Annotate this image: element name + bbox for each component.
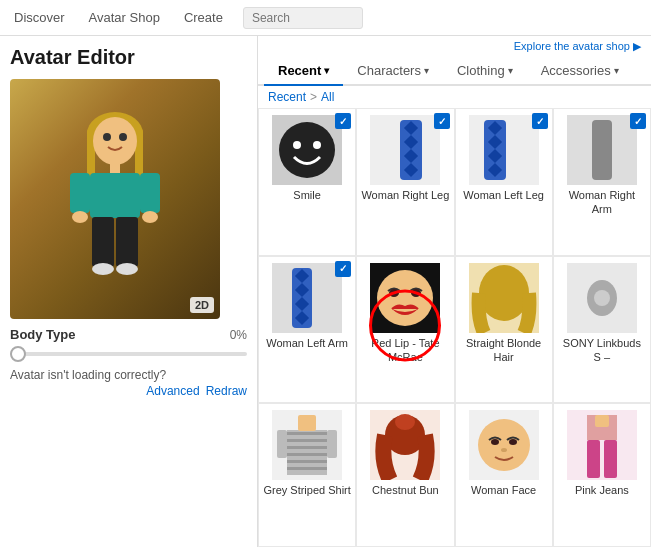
svg-point-4 (103, 133, 111, 141)
svg-rect-59 (327, 430, 337, 458)
page-title: Avatar Editor (10, 46, 247, 69)
svg-rect-56 (287, 467, 327, 470)
svg-rect-7 (90, 173, 140, 218)
item-check-mark: ✓ (532, 113, 548, 129)
svg-point-66 (509, 439, 517, 445)
avatar-preview: 2D (10, 79, 220, 319)
item-image-pink-jeans (567, 410, 637, 480)
svg-point-62 (395, 414, 415, 430)
body-type-label: Body Type (10, 327, 76, 342)
body-type-percent: 0% (230, 328, 247, 342)
item-cell-blonde-hair[interactable]: Straight Blonde Hair (455, 256, 553, 404)
tab-characters[interactable]: Characters ▾ (343, 57, 443, 86)
item-image-blonde-hair (469, 263, 539, 333)
item-label-linkbuds: SONY Linkbuds S – (558, 336, 646, 365)
nav-avatar-shop[interactable]: Avatar Shop (85, 10, 164, 25)
svg-rect-51 (287, 432, 327, 435)
svg-point-14 (92, 263, 114, 275)
item-label-smile: Smile (293, 188, 321, 202)
item-image-grey-striped (272, 410, 342, 480)
svg-rect-33 (592, 120, 612, 180)
item-cell-right-leg[interactable]: ✓Woman Right Leg (356, 108, 454, 256)
breadcrumb-all[interactable]: All (321, 90, 334, 104)
item-image-smile (272, 115, 342, 185)
item-label-left-leg: Woman Left Leg (463, 188, 544, 202)
item-label-blonde-hair: Straight Blonde Hair (460, 336, 548, 365)
item-label-red-lip: Red Lip - Tate McRae (361, 336, 449, 365)
svg-point-64 (478, 419, 530, 471)
item-cell-left-leg[interactable]: ✓Woman Left Leg (455, 108, 553, 256)
svg-point-45 (479, 265, 529, 321)
item-cell-red-lip[interactable]: Red Lip - Tate McRae (356, 256, 454, 404)
svg-rect-12 (92, 217, 114, 267)
svg-point-17 (279, 122, 335, 178)
avatar-image (50, 99, 180, 299)
item-image-left-arm (272, 263, 342, 333)
tab-clothing-arrow: ▾ (508, 65, 513, 76)
svg-rect-6 (110, 161, 120, 173)
svg-point-48 (594, 290, 610, 306)
item-cell-right-arm[interactable]: ✓Woman Right Arm (553, 108, 651, 256)
item-check-mark: ✓ (630, 113, 646, 129)
item-label-woman-face: Woman Face (471, 483, 536, 497)
top-navigation: Discover Avatar Shop Create (0, 0, 651, 36)
avatar-error-text: Avatar isn't loading correctly? (10, 368, 247, 382)
advanced-link[interactable]: Advanced (146, 384, 199, 398)
svg-rect-9 (140, 173, 160, 213)
slider-track (10, 352, 247, 356)
item-cell-grey-striped[interactable]: Grey Striped Shirt (258, 403, 356, 547)
item-image-chestnut-bun (370, 410, 440, 480)
tab-recent-label: Recent (278, 63, 321, 78)
breadcrumb-recent[interactable]: Recent (268, 90, 306, 104)
left-panel: Avatar Editor (0, 36, 258, 547)
item-image-red-lip (370, 263, 440, 333)
item-cell-left-arm[interactable]: ✓Woman Left Arm (258, 256, 356, 404)
body-type-slider[interactable] (10, 346, 247, 362)
item-cell-chestnut-bun[interactable]: Chestnut Bun (356, 403, 454, 547)
svg-rect-57 (298, 415, 316, 431)
tab-accessories[interactable]: Accessories ▾ (527, 57, 633, 86)
svg-rect-71 (587, 440, 600, 478)
item-cell-pink-jeans[interactable]: Pink Jeans (553, 403, 651, 547)
svg-rect-54 (287, 453, 327, 456)
right-panel: Explore the avatar shop ▶ Recent ▾ Chara… (258, 36, 651, 547)
main-layout: Avatar Editor (0, 36, 651, 547)
slider-thumb[interactable] (10, 346, 26, 362)
item-cell-woman-face[interactable]: Woman Face (455, 403, 553, 547)
nav-create[interactable]: Create (180, 10, 227, 25)
item-image-right-arm (567, 115, 637, 185)
redraw-link[interactable]: Redraw (206, 384, 247, 398)
item-check-mark: ✓ (335, 113, 351, 129)
item-cell-smile[interactable]: ✓Smile (258, 108, 356, 256)
item-check-mark: ✓ (335, 261, 351, 277)
svg-point-43 (411, 289, 421, 297)
tab-recent[interactable]: Recent ▾ (264, 57, 343, 86)
svg-rect-58 (277, 430, 287, 458)
svg-point-65 (491, 439, 499, 445)
item-label-right-arm: Woman Right Arm (558, 188, 646, 217)
tab-accessories-arrow: ▾ (614, 65, 619, 76)
svg-point-42 (389, 289, 399, 297)
body-type-section: Body Type 0% (10, 327, 247, 362)
svg-rect-53 (287, 446, 327, 449)
breadcrumb-separator: > (310, 90, 317, 104)
svg-point-10 (72, 211, 88, 223)
breadcrumb: Recent > All (258, 86, 651, 108)
svg-point-67 (501, 448, 507, 452)
category-tabs: Recent ▾ Characters ▾ Clothing ▾ Accesso… (258, 57, 651, 86)
tab-characters-label: Characters (357, 63, 421, 78)
svg-point-5 (119, 133, 127, 141)
item-cell-linkbuds[interactable]: SONY Linkbuds S – (553, 256, 651, 404)
svg-rect-13 (116, 217, 138, 267)
svg-point-19 (313, 141, 321, 149)
tab-clothing[interactable]: Clothing ▾ (443, 57, 527, 86)
item-check-mark: ✓ (434, 113, 450, 129)
tab-accessories-label: Accessories (541, 63, 611, 78)
nav-discover[interactable]: Discover (10, 10, 69, 25)
svg-point-41 (377, 270, 433, 326)
tab-clothing-label: Clothing (457, 63, 505, 78)
search-input[interactable] (243, 7, 363, 29)
svg-point-11 (142, 211, 158, 223)
item-image-left-leg (469, 115, 539, 185)
explore-shop-link[interactable]: Explore the avatar shop ▶ (258, 36, 651, 57)
